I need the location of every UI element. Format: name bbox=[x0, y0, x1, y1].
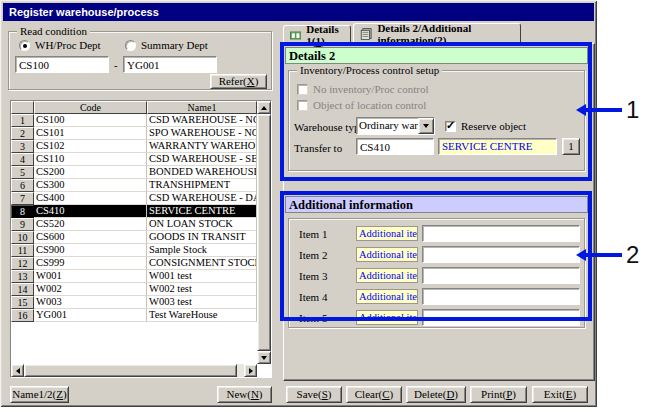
item-3-tag: Additional item3 bbox=[356, 268, 418, 283]
new-button[interactable]: New(N) bbox=[217, 386, 272, 403]
additional-information-panel: Item 1 Additional item1 Item 2 Additiona… bbox=[288, 218, 585, 328]
tab-details-1-label: Details 1(1) bbox=[306, 23, 344, 47]
item-5-input[interactable] bbox=[422, 309, 580, 326]
scroll-up-icon[interactable] bbox=[257, 101, 271, 114]
additional-information-title: Additional information bbox=[289, 198, 413, 212]
annotation-line-1 bbox=[585, 108, 622, 112]
refer-button[interactable]: Refer(X) bbox=[210, 74, 267, 89]
item-3-input[interactable] bbox=[422, 267, 580, 284]
table-row[interactable]: 2CS101SPO WAREHOUSE - NORMAL bbox=[11, 127, 257, 140]
read-condition-group: Read condition WH/Proc Dept Summary Dept… bbox=[8, 31, 272, 90]
range-separator: - bbox=[114, 59, 118, 71]
tab-details-1[interactable]: Details 1(1) bbox=[283, 25, 351, 44]
no-inventory-label: No inventory/Proc control bbox=[313, 83, 428, 95]
table-row-selected[interactable]: 8CS410SERVICE CENTRE bbox=[11, 205, 257, 218]
vertical-scroll-thumb[interactable] bbox=[257, 114, 271, 351]
table-row[interactable]: 12CS999CONSIGNMENT STOCK TO bbox=[11, 257, 257, 270]
checkbox-icon bbox=[297, 84, 308, 95]
header-num[interactable] bbox=[11, 101, 34, 114]
app-window: Register warehouse/process Read conditio… bbox=[0, 0, 597, 407]
inventory-process-control-label: Inventory/Process control setup bbox=[297, 64, 442, 76]
reserve-object-label: Reserve object bbox=[461, 120, 526, 132]
horizontal-scroll-thumb[interactable] bbox=[24, 364, 237, 377]
read-condition-label: Read condition bbox=[17, 25, 90, 37]
tab-details-2-additional-information[interactable]: Details 2/Additional information(2) bbox=[353, 23, 521, 44]
item-2-input[interactable] bbox=[422, 246, 580, 263]
scroll-down-icon[interactable] bbox=[257, 351, 271, 364]
annotation-label-1: 1 bbox=[626, 96, 639, 124]
item-1-input[interactable] bbox=[422, 225, 580, 242]
table-row[interactable]: 3CS102WARRANTY WAREHOUSE - bbox=[11, 140, 257, 153]
scroll-right-icon[interactable] bbox=[244, 364, 257, 377]
exit-button[interactable]: Exit(E) bbox=[532, 386, 588, 403]
warehouse-table: Code Name1 1CS100CSD WAREHOUSE - NORMAL … bbox=[10, 100, 272, 378]
item-3-label: Item 3 bbox=[299, 270, 327, 282]
table-row[interactable]: 15W003W003 test bbox=[11, 296, 257, 309]
checkbox-icon bbox=[297, 100, 308, 111]
chevron-down-icon[interactable] bbox=[418, 118, 434, 134]
warehouse-type-label: Warehouse type bbox=[294, 121, 364, 133]
table-row[interactable]: 13W001W001 test bbox=[11, 270, 257, 283]
name12-button[interactable]: Name1/2(Z) bbox=[10, 386, 69, 403]
delete-button[interactable]: Delete(D) bbox=[406, 386, 466, 403]
tab-details-2-label: Details 2/Additional information(2) bbox=[377, 22, 514, 46]
table-row[interactable]: 11CS900Sample Stock bbox=[11, 244, 257, 257]
warehouse-type-value: Ordinary warehouse bbox=[357, 118, 418, 134]
additional-information-header: Additional information bbox=[285, 196, 588, 213]
clear-button[interactable]: Clear(C) bbox=[346, 386, 402, 403]
dept-to-input[interactable] bbox=[123, 56, 217, 73]
object-of-location-control-checkbox: Object of location control bbox=[297, 99, 426, 111]
details-2-header: Details 2 bbox=[285, 47, 588, 64]
no-inventory-proc-control-checkbox: No inventory/Proc control bbox=[297, 83, 428, 95]
inventory-process-control-group: Inventory/Process control setup No inven… bbox=[288, 70, 585, 171]
scroll-left-icon[interactable] bbox=[11, 364, 24, 377]
header-code[interactable]: Code bbox=[34, 101, 147, 114]
item-2-label: Item 2 bbox=[299, 249, 327, 261]
reserve-object-checkbox[interactable]: Reserve object bbox=[445, 120, 526, 132]
table-row[interactable]: 5CS200BONDED WAREHOUSE bbox=[11, 166, 257, 179]
table-row[interactable]: 1CS100CSD WAREHOUSE - NORMAL bbox=[11, 114, 257, 127]
vertical-scrollbar[interactable] bbox=[257, 101, 271, 364]
item-2-tag: Additional item2 bbox=[356, 247, 418, 262]
radio-icon[interactable] bbox=[19, 40, 30, 51]
location-control-label: Object of location control bbox=[313, 99, 426, 111]
radio-summary-dept[interactable]: Summary Dept bbox=[125, 39, 208, 51]
item-4-tag: Additional item4 bbox=[356, 289, 418, 304]
table-row[interactable]: 16YG001Test WareHouse bbox=[11, 309, 257, 322]
table-row[interactable]: 6CS300TRANSHIPMENT bbox=[11, 179, 257, 192]
transfer-to-code-input[interactable] bbox=[356, 138, 434, 155]
window-title: Register warehouse/process bbox=[9, 6, 159, 18]
item-1-label: Item 1 bbox=[299, 228, 327, 240]
radio-wh-proc-dept-label: WH/Proc Dept bbox=[35, 39, 101, 51]
dept-from-input[interactable] bbox=[15, 56, 109, 73]
item-4-input[interactable] bbox=[422, 288, 580, 305]
annotation-label-2: 2 bbox=[626, 241, 639, 269]
checkbox-checked-icon[interactable] bbox=[445, 121, 456, 132]
radio-wh-proc-dept[interactable]: WH/Proc Dept bbox=[19, 39, 101, 51]
radio-icon[interactable] bbox=[125, 40, 136, 51]
table-row[interactable]: 4CS110CSD WAREHOUSE - SECOND bbox=[11, 153, 257, 166]
print-button[interactable]: Print(P) bbox=[470, 386, 527, 403]
transfer-to-name-display: SERVICE CENTRE bbox=[438, 138, 557, 155]
table-row[interactable]: 14W002W002 test bbox=[11, 283, 257, 296]
title-bar: Register warehouse/process bbox=[3, 3, 594, 21]
item-1-tag: Additional item1 bbox=[356, 226, 418, 241]
notepad-icon bbox=[360, 27, 372, 41]
horizontal-scrollbar[interactable] bbox=[11, 364, 257, 377]
item-4-label: Item 4 bbox=[299, 291, 327, 303]
table-header-row: Code Name1 bbox=[11, 101, 257, 114]
table-row[interactable]: 10CS600GOODS IN TRANSIT bbox=[11, 231, 257, 244]
save-button[interactable]: Save(S) bbox=[286, 386, 342, 403]
table-row[interactable]: 9CS520ON LOAN STOCK bbox=[11, 218, 257, 231]
book-icon bbox=[290, 29, 301, 42]
radio-summary-dept-label: Summary Dept bbox=[141, 39, 208, 51]
header-name1[interactable]: Name1 bbox=[147, 101, 257, 114]
transfer-to-label: Transfer to bbox=[294, 142, 342, 154]
item-5-label: Item 5 bbox=[299, 312, 327, 324]
transfer-to-ref-button[interactable]: 1 bbox=[562, 138, 580, 155]
annotation-line-2 bbox=[585, 253, 622, 257]
warehouse-type-dropdown[interactable]: Ordinary warehouse bbox=[356, 117, 435, 135]
table-row[interactable]: 7CS400CSD WAREHOUSE - DAMAG bbox=[11, 192, 257, 205]
details-2-title: Details 2 bbox=[289, 49, 335, 63]
item-5-tag: Additional item5 bbox=[356, 310, 418, 325]
